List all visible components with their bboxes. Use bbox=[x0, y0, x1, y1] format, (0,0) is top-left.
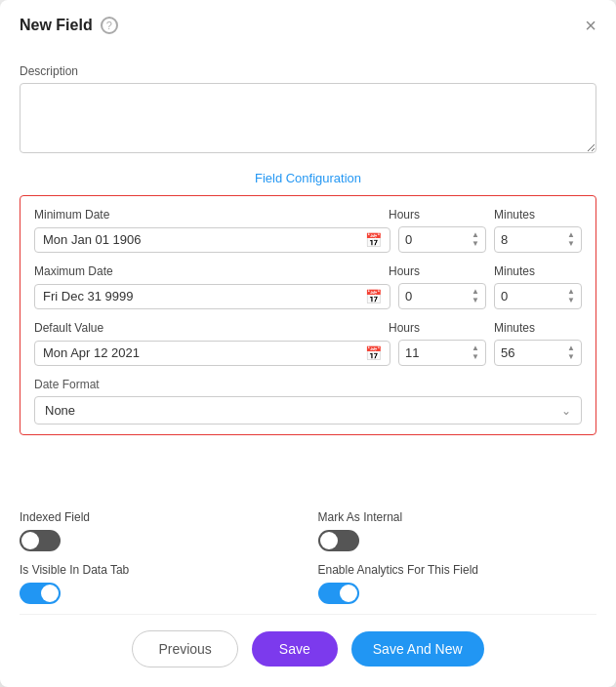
date-format-value: None bbox=[45, 403, 561, 418]
default-hours-input-row: 11 ▲ ▼ bbox=[399, 341, 485, 365]
mark-as-internal-toggle-row: Mark As Internal bbox=[318, 510, 597, 551]
minimum-hours-arrows[interactable]: ▲ ▼ bbox=[472, 231, 479, 248]
modal-title-row: New Field ? bbox=[20, 17, 118, 34]
chevron-down-icon: ⌄ bbox=[561, 404, 571, 418]
modal-body: Description Field Configuration Minimum … bbox=[0, 45, 616, 501]
maximum-hours-spinner: 0 ▲ ▼ bbox=[398, 283, 486, 309]
maximum-date-input[interactable] bbox=[43, 289, 365, 303]
maximum-minutes-up[interactable]: ▲ bbox=[567, 288, 575, 296]
save-button[interactable]: Save bbox=[252, 631, 338, 667]
toggles-section: Indexed Field Mark As Internal Is Visibl… bbox=[0, 501, 616, 614]
maximum-hours-input-row: 0 ▲ ▼ bbox=[399, 284, 485, 308]
default-minutes-down[interactable]: ▼ bbox=[567, 353, 575, 361]
default-value-inputs: 📅 11 ▲ ▼ 56 bbox=[34, 340, 582, 366]
minimum-date-calendar-icon[interactable]: 📅 bbox=[365, 232, 382, 248]
minimum-hours-up[interactable]: ▲ bbox=[472, 231, 479, 239]
is-visible-toggle-row: Is Visible In Data Tab bbox=[20, 563, 299, 604]
modal-header: New Field ? × bbox=[0, 0, 616, 45]
default-hours-up[interactable]: ▲ bbox=[472, 344, 479, 352]
default-hours-value: 11 bbox=[405, 345, 472, 360]
minimum-minutes-spinner: 8 ▲ ▼ bbox=[494, 226, 582, 253]
default-value-label: Default Value bbox=[34, 321, 389, 335]
maximum-hours-value: 0 bbox=[405, 289, 472, 303]
minimum-hours-input-row: 0 ▲ ▼ bbox=[399, 227, 485, 252]
minimum-date-input-wrap[interactable]: 📅 bbox=[34, 227, 390, 253]
mark-as-internal-label: Mark As Internal bbox=[318, 510, 597, 524]
modal-footer: Previous Save Save And New bbox=[0, 615, 616, 687]
default-minutes-value: 56 bbox=[501, 345, 567, 360]
new-field-modal: New Field ? × Description Field Configur… bbox=[0, 0, 616, 687]
save-and-new-button[interactable]: Save And New bbox=[351, 631, 484, 667]
mark-as-internal-knob bbox=[320, 532, 338, 549]
default-minutes-spinner: 56 ▲ ▼ bbox=[494, 340, 582, 366]
mark-as-internal-toggle[interactable] bbox=[318, 530, 359, 551]
minimum-minutes-input-row: 8 ▲ ▼ bbox=[495, 227, 581, 252]
maximum-hours-down[interactable]: ▼ bbox=[472, 297, 479, 304]
modal-title: New Field bbox=[20, 17, 93, 34]
is-visible-toggle[interactable] bbox=[20, 583, 61, 604]
default-minutes-label: Minutes bbox=[494, 321, 582, 335]
default-minutes-up[interactable]: ▲ bbox=[567, 344, 575, 352]
indexed-field-toggle[interactable] bbox=[20, 530, 61, 551]
maximum-hours-arrows[interactable]: ▲ ▼ bbox=[472, 288, 479, 304]
maximum-date-labels: Maximum Date Hours Minutes bbox=[34, 264, 582, 278]
minimum-date-label: Minimum Date bbox=[34, 208, 389, 222]
maximum-date-inputs: 📅 0 ▲ ▼ 0 bbox=[34, 283, 582, 309]
default-hours-label: Hours bbox=[389, 321, 486, 335]
minimum-hours-value: 0 bbox=[405, 232, 472, 247]
help-icon[interactable]: ? bbox=[101, 17, 118, 34]
minimum-date-group: Minimum Date Hours Minutes 📅 0 ▲ bbox=[34, 208, 582, 253]
minimum-minutes-value: 8 bbox=[501, 232, 567, 247]
enable-analytics-toggle[interactable] bbox=[318, 583, 359, 604]
maximum-date-calendar-icon[interactable]: 📅 bbox=[365, 289, 382, 304]
maximum-date-group: Maximum Date Hours Minutes 📅 0 ▲ bbox=[34, 264, 582, 309]
minimum-minutes-up[interactable]: ▲ bbox=[567, 231, 575, 239]
minimum-hours-label: Hours bbox=[389, 208, 486, 222]
maximum-minutes-arrows[interactable]: ▲ ▼ bbox=[567, 288, 575, 304]
minimum-minutes-arrows[interactable]: ▲ ▼ bbox=[567, 231, 575, 248]
maximum-minutes-value: 0 bbox=[501, 289, 567, 303]
maximum-minutes-spinner: 0 ▲ ▼ bbox=[494, 283, 582, 309]
default-value-group: Default Value Hours Minutes 📅 11 ▲ bbox=[34, 321, 582, 366]
date-format-select[interactable]: None ⌄ bbox=[34, 396, 582, 424]
indexed-field-label: Indexed Field bbox=[20, 510, 299, 524]
default-minutes-arrows[interactable]: ▲ ▼ bbox=[567, 344, 575, 361]
enable-analytics-label: Enable Analytics For This Field bbox=[318, 563, 597, 577]
indexed-field-knob bbox=[21, 532, 39, 549]
default-date-input-wrap[interactable]: 📅 bbox=[34, 341, 390, 366]
is-visible-label: Is Visible In Data Tab bbox=[20, 563, 299, 577]
minimum-hours-down[interactable]: ▼ bbox=[472, 240, 479, 248]
minimum-hours-spinner: 0 ▲ ▼ bbox=[398, 226, 486, 253]
config-box: Minimum Date Hours Minutes 📅 0 ▲ bbox=[20, 195, 596, 435]
indexed-field-toggle-row: Indexed Field bbox=[20, 510, 299, 551]
close-icon[interactable]: × bbox=[585, 16, 596, 35]
maximum-date-input-wrap[interactable]: 📅 bbox=[34, 284, 390, 309]
maximum-hours-up[interactable]: ▲ bbox=[472, 288, 479, 296]
enable-analytics-toggle-row: Enable Analytics For This Field bbox=[318, 563, 597, 604]
default-hours-down[interactable]: ▼ bbox=[472, 353, 479, 361]
maximum-minutes-input-row: 0 ▲ ▼ bbox=[495, 284, 581, 308]
default-hours-spinner: 11 ▲ ▼ bbox=[398, 340, 486, 366]
minimum-minutes-label: Minutes bbox=[494, 208, 582, 222]
is-visible-knob bbox=[41, 585, 59, 602]
description-textarea[interactable] bbox=[20, 83, 596, 153]
description-label: Description bbox=[20, 64, 596, 78]
previous-button[interactable]: Previous bbox=[132, 630, 237, 667]
maximum-date-label: Maximum Date bbox=[34, 264, 389, 278]
default-hours-arrows[interactable]: ▲ ▼ bbox=[472, 344, 479, 361]
date-format-label: Date Format bbox=[34, 378, 582, 391]
default-minutes-input-row: 56 ▲ ▼ bbox=[495, 341, 581, 365]
enable-analytics-knob bbox=[340, 585, 357, 602]
default-date-calendar-icon[interactable]: 📅 bbox=[365, 345, 382, 361]
minimum-date-labels: Minimum Date Hours Minutes bbox=[34, 208, 582, 222]
default-value-labels: Default Value Hours Minutes bbox=[34, 321, 582, 335]
minimum-date-inputs: 📅 0 ▲ ▼ 8 bbox=[34, 226, 582, 253]
maximum-minutes-label: Minutes bbox=[494, 264, 582, 278]
minimum-date-input[interactable] bbox=[43, 232, 365, 247]
maximum-minutes-down[interactable]: ▼ bbox=[567, 297, 575, 304]
maximum-hours-label: Hours bbox=[389, 264, 486, 278]
field-configuration-title: Field Configuration bbox=[20, 171, 596, 185]
minimum-minutes-down[interactable]: ▼ bbox=[567, 240, 575, 248]
default-date-input[interactable] bbox=[43, 345, 365, 360]
date-format-group: Date Format None ⌄ bbox=[34, 378, 582, 424]
